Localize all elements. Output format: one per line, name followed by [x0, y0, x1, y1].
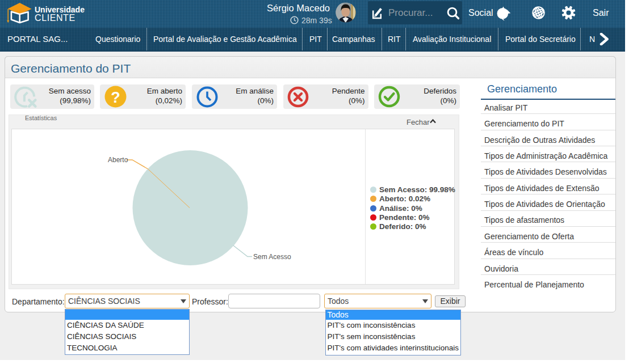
svg-text:?: ? [111, 89, 120, 106]
